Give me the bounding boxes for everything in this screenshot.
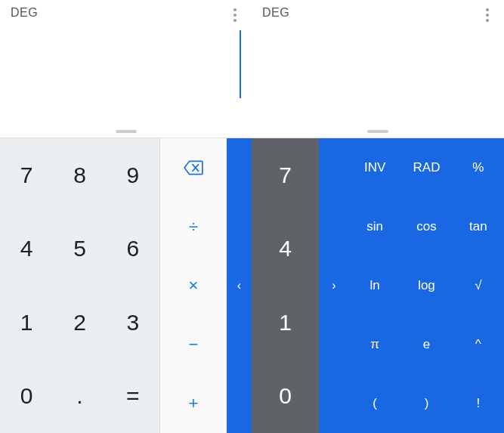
backspace-icon xyxy=(184,160,203,175)
digit-5-button[interactable]: 5 xyxy=(53,212,106,286)
digit-9-button[interactable]: 9 xyxy=(107,138,159,212)
digit-7-button[interactable]: 7 xyxy=(252,138,319,212)
digit-0-button[interactable]: 0 xyxy=(252,360,319,434)
numpad: 7 8 9 4 5 6 1 2 3 0 . = xyxy=(0,138,159,433)
power-button[interactable]: ^ xyxy=(453,315,504,374)
digit-4-button[interactable]: 4 xyxy=(252,212,319,286)
cos-button[interactable]: cos xyxy=(400,197,452,256)
display-left: DEG xyxy=(0,0,252,138)
backspace-button[interactable] xyxy=(160,138,227,197)
pi-button[interactable]: π xyxy=(349,315,400,374)
digit-7-button[interactable]: 7 xyxy=(0,138,53,212)
paren-close-button[interactable]: ) xyxy=(400,374,452,433)
drag-handle-icon[interactable] xyxy=(367,130,388,133)
input-cursor xyxy=(240,30,241,98)
multiply-button[interactable]: × xyxy=(160,256,227,315)
log-button[interactable]: log xyxy=(400,256,452,315)
e-button[interactable]: e xyxy=(400,315,452,374)
digit-4-button[interactable]: 4 xyxy=(0,212,53,286)
factorial-button[interactable]: ! xyxy=(453,374,504,433)
digit-6-button[interactable]: 6 xyxy=(107,212,159,286)
angle-mode-label[interactable]: DEG xyxy=(262,6,493,20)
digit-0-button[interactable]: 0 xyxy=(0,360,53,434)
ln-button[interactable]: ln xyxy=(349,256,400,315)
more-icon[interactable] xyxy=(226,6,244,24)
keypad-left: 7 8 9 4 5 6 1 2 3 0 . = xyxy=(0,138,252,433)
subtract-button[interactable]: − xyxy=(160,315,227,374)
angle-mode-label[interactable]: DEG xyxy=(11,6,241,20)
chevron-right-icon: › xyxy=(332,279,335,292)
add-button[interactable]: + xyxy=(160,374,227,433)
display-right: DEG xyxy=(252,0,504,138)
calculator-left: DEG 7 8 9 4 5 6 1 2 3 0 . = xyxy=(0,0,252,433)
paren-open-button[interactable]: ( xyxy=(349,374,400,433)
calculator-right: DEG 7 4 1 0 › INV RAD % sin cos tan xyxy=(252,0,504,433)
radians-button[interactable]: RAD xyxy=(400,138,452,197)
keypad-right: 7 4 1 0 › INV RAD % sin cos tan ln log √… xyxy=(252,138,504,433)
advanced-drawer-handle[interactable]: ‹ xyxy=(227,138,252,433)
operator-pad: ÷ × − + xyxy=(159,138,227,433)
digit-2-button[interactable]: 2 xyxy=(53,286,106,360)
scientific-pad: › INV RAD % sin cos tan ln log √ π e ^ (… xyxy=(319,138,504,433)
digit-1-button[interactable]: 1 xyxy=(252,286,319,360)
tan-button[interactable]: tan xyxy=(453,197,504,256)
digit-1-button[interactable]: 1 xyxy=(0,286,53,360)
inverse-button[interactable]: INV xyxy=(349,138,400,197)
numpad-column: 7 4 1 0 xyxy=(252,138,319,433)
advanced-drawer-handle[interactable]: › xyxy=(319,138,349,433)
digit-3-button[interactable]: 3 xyxy=(107,286,159,360)
drag-handle-icon[interactable] xyxy=(116,130,137,133)
divide-button[interactable]: ÷ xyxy=(160,197,227,256)
sqrt-button[interactable]: √ xyxy=(453,256,504,315)
calculator-app: DEG 7 8 9 4 5 6 1 2 3 0 . = xyxy=(0,0,504,433)
decimal-button[interactable]: . xyxy=(53,360,106,434)
sin-button[interactable]: sin xyxy=(349,197,400,256)
more-icon[interactable] xyxy=(478,6,496,24)
equals-button[interactable]: = xyxy=(107,360,159,434)
digit-8-button[interactable]: 8 xyxy=(53,138,106,212)
percent-button[interactable]: % xyxy=(453,138,504,197)
chevron-left-icon: ‹ xyxy=(237,279,241,292)
